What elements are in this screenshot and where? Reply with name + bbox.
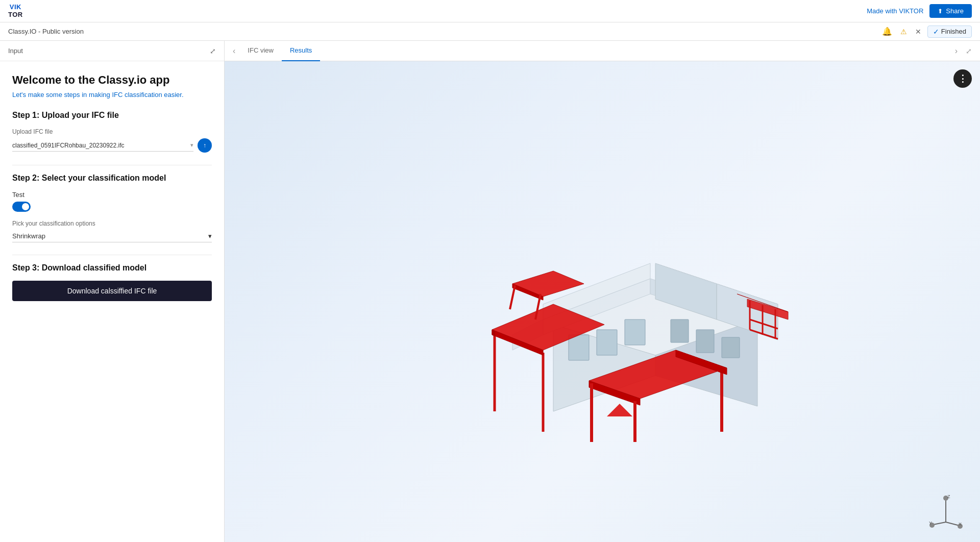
share-button[interactable]: ⬆ Share [929,4,972,18]
axis-svg: Z X Y [928,494,964,530]
select-arrow-icon: ▾ [208,232,212,240]
classification-select-row: Shrinkwrap ▾ [12,230,212,242]
expand-viewer-button[interactable]: ⤢ [962,45,976,57]
svg-line-45 [933,522,946,525]
app-name: Classy.IO - Public version [8,28,84,35]
svg-marker-38 [607,404,632,416]
svg-line-42 [946,522,960,526]
upload-row: classified_0591IFCRohbau_20230922.ifc ▾ … [12,138,212,153]
svg-rect-10 [569,335,589,360]
tab-results[interactable]: Results [282,41,320,61]
panel-title: Input [8,47,23,55]
subbar: Classy.IO - Public version 🔔 ⚠ ✕ ✓ Finis… [0,22,980,41]
svg-line-23 [510,285,515,309]
logo-line2: TOR [8,11,23,18]
tab-next-button[interactable]: › [951,46,962,56]
toggle-label: Test [12,191,212,199]
classification-select[interactable]: Shrinkwrap ▾ [12,230,212,242]
toggle-row [12,202,212,212]
more-icon: ⋮ [958,73,967,84]
welcome-subtitle: Let's make some steps in making IFC clas… [12,91,212,98]
main-area: Input ⤢ Welcome to the Classy.io app Let… [0,41,980,542]
left-panel-header: Input ⤢ [0,41,224,61]
house-svg [461,161,819,442]
logo-line1: VIK [10,4,21,11]
axis-widget: Z X Y [928,494,964,530]
right-panel: ‹ IFC view Results › ⤢ ⋮ [225,41,980,542]
tab-bar: ‹ IFC view Results › ⤢ [225,41,980,61]
tab-ifc-view[interactable]: IFC view [239,41,282,61]
divider2 [12,255,212,255]
classification-value: Shrinkwrap [12,232,45,240]
red-triangle-marker [607,404,632,416]
upload-icon: ↑ [203,142,206,149]
navbar-right: Made with VIKTOR ⬆ Share [867,4,972,18]
upload-filename: classified_0591IFCRohbau_20230922.ifc [12,142,125,149]
divider1 [12,165,212,165]
left-panel: Input ⤢ Welcome to the Classy.io app Let… [0,41,225,542]
step2-heading: Step 2: Select your classification model [12,174,212,183]
warning-button[interactable]: ⚠ [898,27,909,37]
svg-rect-12 [625,319,645,345]
finished-badge: ✓ Finished [927,26,972,38]
svg-rect-14 [696,330,714,353]
step1-heading: Step 1: Upload your IFC file [12,111,212,120]
3d-viewer: ⋮ [225,61,980,542]
test-toggle[interactable] [12,202,31,212]
svg-text:Z: Z [947,494,950,499]
navbar: VIK TOR Made with VIKTOR ⬆ Share [0,0,980,22]
svg-text:Y: Y [929,521,932,526]
file-input-field[interactable]: classified_0591IFCRohbau_20230922.ifc ▾ [12,140,193,152]
finished-label: Finished [941,28,966,35]
toggle-knob [22,203,29,210]
svg-text:X: X [959,522,962,527]
welcome-title: Welcome to the Classy.io app [12,73,212,87]
notification-bell-button[interactable]: 🔔 [880,26,894,37]
svg-rect-11 [597,330,617,355]
made-with-label: Made with VIKTOR [867,7,923,15]
step3-heading: Step 3: Download classified model [12,263,212,273]
svg-rect-15 [722,337,740,358]
viktor-logo: VIK TOR [8,4,23,18]
more-options-button[interactable]: ⋮ [953,69,972,88]
upload-label: Upload IFC file [12,128,212,135]
close-button[interactable]: ✕ [913,27,923,37]
tab-prev-button[interactable]: ‹ [229,46,239,56]
dropdown-arrow-icon: ▾ [190,142,193,149]
navbar-left: VIK TOR [8,4,23,18]
check-icon: ✓ [933,28,939,36]
upload-button[interactable]: ↑ [198,138,212,153]
share-icon: ⬆ [938,8,943,15]
house-model [461,161,819,442]
left-panel-content: Welcome to the Classy.io app Let's make … [0,61,224,542]
download-button[interactable]: Download calssiffied IFC file [12,281,212,301]
classification-options-label: Pick your classification options [12,220,212,227]
svg-rect-13 [671,319,689,342]
subbar-right: 🔔 ⚠ ✕ ✓ Finished [880,26,972,38]
expand-panel-button[interactable]: ⤢ [210,47,216,55]
